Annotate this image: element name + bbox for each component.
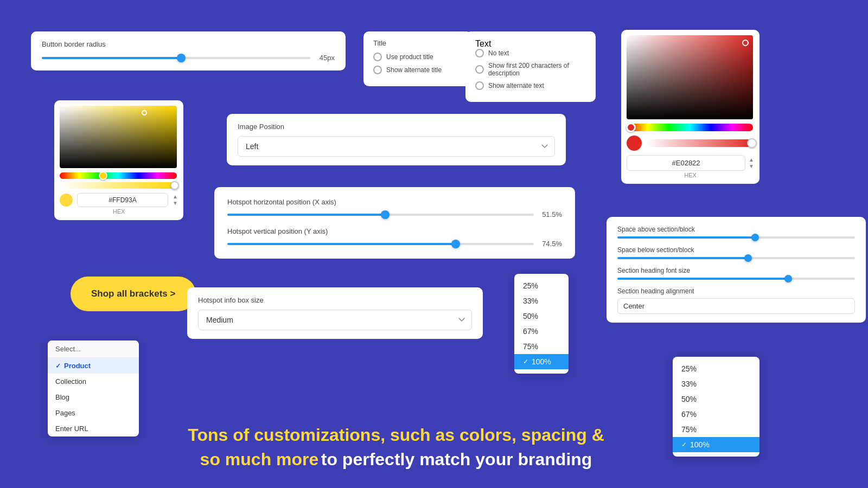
image-position-panel: Image Position Left Right Center — [227, 114, 566, 165]
dropdown-br-100[interactable]: ✓ 100% — [673, 437, 760, 452]
radio-alternate-title[interactable] — [373, 66, 382, 74]
hotspot-y-fill — [227, 243, 456, 245]
hotspot-y-slider[interactable] — [227, 243, 534, 245]
opacity-slider-yellow[interactable] — [60, 182, 177, 189]
hex-spinner-yellow[interactable]: ▲ ▼ — [173, 194, 178, 206]
select-item-pages[interactable]: Pages — [48, 405, 139, 421]
radio-200-chars[interactable] — [475, 65, 484, 74]
border-radius-value: 45px — [316, 54, 335, 62]
spacing-font-thumb[interactable] — [784, 275, 792, 282]
opacity-thumb-yellow[interactable] — [170, 181, 179, 190]
hex-label-large: HEX — [627, 172, 754, 178]
border-radius-slider-thumb[interactable] — [177, 54, 186, 62]
image-position-select[interactable]: Left Right Center — [238, 136, 555, 157]
spacing-alignment-select[interactable]: Center Left Right — [617, 298, 855, 314]
color-picker-dot-large[interactable] — [742, 40, 749, 46]
radio-alternate-text[interactable] — [475, 81, 484, 90]
spacing-below-thumb[interactable] — [744, 254, 752, 262]
dropdown-pct-75[interactable]: 75% — [514, 339, 569, 354]
dropdown-pct-25[interactable]: 25% — [514, 278, 569, 293]
color-canvas-yellow[interactable] — [60, 106, 177, 168]
radio-alternate-title-label: Show alternate title — [386, 66, 442, 74]
border-radius-panel: Button border radius 45px — [31, 31, 346, 70]
spacing-above-thumb[interactable] — [751, 234, 759, 241]
radio-product-title[interactable] — [373, 53, 382, 61]
dropdown-pct-67[interactable]: 67% — [514, 324, 569, 339]
hex-label-yellow: HEX — [60, 208, 178, 215]
dropdown-pct-100[interactable]: ✓ 100% — [514, 354, 569, 369]
spacing-alignment-label: Section heading alignment — [617, 287, 855, 295]
hue-thumb-large[interactable] — [626, 123, 636, 132]
bottom-text-white-3: to perfectly match your branding — [321, 450, 592, 469]
hotspot-y-thumb[interactable] — [451, 240, 460, 248]
opacity-slider-large[interactable] — [646, 139, 754, 147]
spacing-alignment-row: Section heading alignment Center Left Ri… — [617, 287, 855, 314]
dropdown-pct-33[interactable]: 33% — [514, 293, 569, 309]
text-option-none[interactable]: No text — [475, 49, 586, 57]
hotspot-x-fill — [227, 214, 385, 216]
hue-slider-yellow[interactable] — [60, 172, 177, 179]
checkmark-br-icon: ✓ — [681, 441, 687, 448]
radio-alternate-text-label: Show alternate text — [488, 82, 544, 89]
dropdown-pct-50[interactable]: 50% — [514, 309, 569, 324]
hex-input-large[interactable] — [627, 155, 745, 171]
spacing-below-row: Space below section/block — [617, 246, 855, 259]
text-option-200[interactable]: Show first 200 characters of description — [475, 62, 586, 77]
border-radius-slider-fill — [42, 57, 181, 59]
color-swatch-yellow — [60, 194, 73, 207]
hex-up-yellow[interactable]: ▲ — [173, 194, 178, 200]
radio-no-text[interactable] — [475, 49, 484, 57]
spacing-below-slider[interactable] — [617, 257, 855, 259]
select-item-product[interactable]: ✓ Product — [48, 358, 139, 374]
title-option-alternate[interactable]: Show alternate title — [373, 66, 462, 74]
radio-product-title-label: Use product title — [386, 53, 433, 61]
select-dropdown-panel: Select... ✓ Product Collection Blog Page… — [48, 341, 139, 436]
dropdown-br-67[interactable]: 67% — [673, 407, 760, 422]
dropdown-br-25[interactable]: 25% — [673, 361, 760, 376]
hotspot-x-value: 51.5% — [540, 210, 562, 219]
text-option-alternate[interactable]: Show alternate text — [475, 81, 586, 90]
select-item-collection[interactable]: Collection — [48, 374, 139, 389]
shop-all-brackets-button[interactable]: Shop all brackets > — [71, 277, 196, 311]
color-canvas-large[interactable] — [627, 35, 753, 119]
color-picker-yellow-panel: ▲ ▼ HEX — [54, 100, 183, 220]
hotspot-x-slider[interactable] — [227, 214, 534, 216]
hotspot-panel: Hotspot horizontal position (X axis) 51.… — [214, 187, 575, 259]
hex-up-arrow[interactable]: ▲ — [749, 157, 754, 163]
image-position-label: Image Position — [238, 123, 555, 131]
hotspot-x-label: Hotspot horizontal position (X axis) — [227, 198, 562, 206]
hotspot-y-value: 74.5% — [540, 240, 562, 248]
dropdown-br-33[interactable]: 33% — [673, 376, 760, 391]
text-panel: Text No text Show first 200 characters o… — [465, 31, 596, 102]
spacing-panel: Space above section/block Space below se… — [607, 217, 866, 323]
hex-spinner-large[interactable]: ▲ ▼ — [749, 157, 754, 169]
spacing-font-slider[interactable] — [617, 278, 855, 280]
hotspot-x-thumb[interactable] — [381, 210, 390, 219]
hotspot-size-select[interactable]: Small Medium Large — [198, 310, 472, 330]
border-radius-slider-track[interactable] — [42, 57, 310, 59]
hotspot-y-label: Hotspot vertical position (Y axis) — [227, 227, 562, 235]
title-panel: Title Use product title Show alternate t… — [363, 31, 472, 86]
title-option-product[interactable]: Use product title — [373, 53, 462, 61]
hue-slider-large[interactable] — [627, 124, 753, 131]
hex-down-yellow[interactable]: ▼ — [173, 201, 178, 206]
color-picker-dot-yellow[interactable] — [142, 110, 147, 115]
bottom-text-line2: so much more to perfectly match your bra… — [152, 447, 640, 472]
hotspot-size-label: Hotspot info box size — [198, 296, 472, 304]
select-item-url[interactable]: Enter URL — [48, 421, 139, 436]
border-radius-label: Button border radius — [42, 40, 335, 48]
hue-thumb-yellow[interactable] — [99, 171, 107, 180]
spacing-above-fill — [617, 236, 755, 239]
spacing-below-label: Space below section/block — [617, 246, 855, 254]
dropdown-pct-br-panel: 25% 33% 50% 67% 75% ✓ 100% — [673, 357, 760, 457]
select-item-blog[interactable]: Blog — [48, 389, 139, 405]
text-panel-label: Text — [475, 39, 586, 49]
spacing-font-label: Section heading font size — [617, 267, 855, 274]
hex-input-yellow[interactable] — [77, 193, 168, 207]
dropdown-br-75[interactable]: 75% — [673, 422, 760, 437]
opacity-thumb-large[interactable] — [747, 138, 757, 148]
bottom-text-yellow-2: so much more — [200, 450, 319, 469]
spacing-above-slider[interactable] — [617, 236, 855, 239]
hex-down-arrow[interactable]: ▼ — [749, 164, 754, 169]
dropdown-br-50[interactable]: 50% — [673, 391, 760, 407]
